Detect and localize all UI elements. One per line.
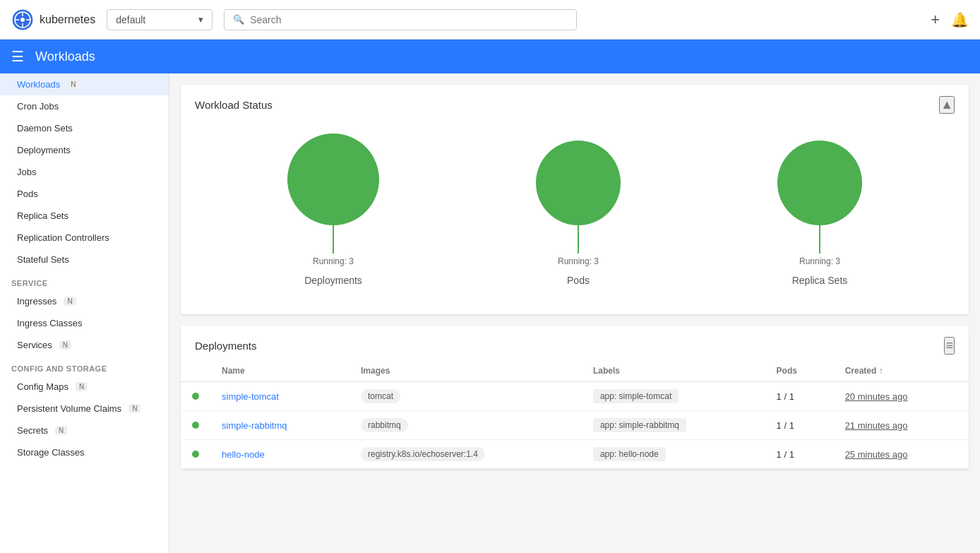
jobs-label: Jobs (17, 167, 36, 177)
pods-count: 1 / 1 (777, 391, 794, 402)
sidebar-item-replica-sets[interactable]: Replica Sets (0, 205, 169, 227)
add-button[interactable]: + (931, 11, 940, 29)
sidebar-item-storage-classes[interactable]: Storage Classes (0, 441, 169, 463)
sidebar-item-ingresses[interactable]: Ingresses N (0, 290, 169, 312)
search-bar[interactable]: 🔍 (224, 9, 577, 30)
search-input[interactable] (250, 14, 568, 25)
status-indicator (192, 422, 199, 429)
pods-running-label: Running: 3 (558, 256, 599, 266)
status-indicator (192, 451, 199, 458)
deployment-name-link[interactable]: simple-tomcat (222, 391, 279, 402)
table-row: hello-node registry.k8s.io/echoserver:1.… (181, 440, 969, 469)
replica-sets-label: Replica Sets (17, 210, 68, 221)
replica-sets-running-label: Running: 3 (799, 256, 840, 266)
service-section-label: Service (0, 270, 169, 290)
secrets-label: Secrets (17, 425, 48, 436)
notifications-button[interactable]: 🔔 (951, 11, 969, 28)
replica-sets-name: Replica Sets (792, 275, 848, 286)
pods-line (578, 225, 579, 254)
deployments-label: Deployments (17, 145, 71, 155)
col-created: Created ↑ (834, 360, 969, 382)
pvc-badge: N (129, 404, 141, 413)
replica-sets-circle (777, 141, 862, 225)
label-chip: app: simple-rabbitmq (593, 418, 686, 432)
nav-actions: + 🔔 (931, 11, 969, 29)
sidebar-item-jobs[interactable]: Jobs (0, 161, 169, 183)
sidebar-item-secrets[interactable]: Secrets N (0, 420, 169, 441)
deployment-name-link[interactable]: simple-rabbitmq (222, 420, 287, 431)
workload-pods-item: Running: 3 Pods (536, 141, 621, 286)
image-chip: registry.k8s.io/echoserver:1.4 (361, 447, 485, 461)
label-chip: app: hello-node (593, 447, 666, 461)
deployments-card-title: Deployments (195, 340, 257, 352)
workload-status-card: Workload Status ▲ Running: 3 Deployments (181, 85, 969, 314)
sidebar-item-daemon-sets[interactable]: Daemon Sets (0, 117, 169, 139)
cron-jobs-label: Cron Jobs (17, 101, 59, 112)
col-images: Images (349, 360, 582, 382)
kubernetes-logo (11, 8, 34, 31)
config-section-label: Config and Storage (0, 356, 169, 376)
namespace-value: default (116, 14, 193, 25)
deployments-running-label: Running: 3 (313, 256, 354, 266)
deployments-card: Deployments ≡ Name Images Labels Pods Cr… (181, 326, 969, 469)
sidebar-item-stateful-sets[interactable]: Stateful Sets (0, 249, 169, 270)
sidebar-item-pods[interactable]: Pods (0, 183, 169, 205)
app-name: kubernetes (40, 13, 95, 26)
table-row: simple-tomcat tomcat app: simple-tomcat … (181, 382, 969, 411)
pods-name: Pods (567, 275, 590, 286)
main-layout: Workloads N Cron Jobs Daemon Sets Deploy… (0, 73, 980, 553)
workloads-badge: N (67, 80, 79, 89)
sidebar-item-workloads[interactable]: Workloads N (0, 73, 169, 95)
pods-count: 1 / 1 (777, 420, 794, 431)
sidebar-item-cron-jobs[interactable]: Cron Jobs (0, 95, 169, 117)
replica-sets-circle-container: Running: 3 (777, 141, 862, 266)
created-time[interactable]: 21 minutes ago (845, 420, 908, 431)
toolbar: ☰ Workloads (0, 40, 980, 73)
services-label: Services (17, 340, 52, 350)
image-chip: rabbitmq (361, 418, 408, 432)
replica-sets-line (819, 225, 820, 254)
search-icon: 🔍 (233, 14, 244, 25)
workload-status-header: Workload Status ▲ (181, 85, 969, 119)
pvc-label: Persistent Volume Claims (17, 403, 121, 414)
sidebar: Workloads N Cron Jobs Daemon Sets Deploy… (0, 73, 169, 553)
deployment-name-link[interactable]: hello-node (222, 449, 265, 460)
deployments-circle (287, 133, 379, 225)
deployments-card-header: Deployments ≡ (181, 326, 969, 360)
image-chip: tomcat (361, 389, 400, 403)
stateful-sets-label: Stateful Sets (17, 254, 69, 265)
collapse-button[interactable]: ▲ (939, 96, 955, 114)
sidebar-item-config-maps[interactable]: Config Maps N (0, 376, 169, 398)
plus-icon: + (931, 11, 940, 29)
pods-circle (536, 141, 621, 225)
main-content: Workload Status ▲ Running: 3 Deployments (169, 73, 980, 553)
filter-button[interactable]: ≡ (944, 337, 955, 355)
hamburger-menu-button[interactable]: ☰ (11, 48, 24, 65)
workload-status-body: Running: 3 Deployments Running: 3 Pods (181, 119, 969, 314)
created-time[interactable]: 20 minutes ago (845, 391, 908, 402)
storage-classes-label: Storage Classes (17, 447, 84, 458)
sidebar-item-deployments[interactable]: Deployments (0, 139, 169, 161)
deployments-line (333, 225, 334, 254)
sidebar-item-ingress-classes[interactable]: Ingress Classes (0, 312, 169, 334)
chevron-down-icon: ▾ (198, 14, 203, 25)
created-time[interactable]: 25 minutes ago (845, 449, 908, 460)
menu-icon: ☰ (11, 48, 24, 65)
sidebar-item-pvc[interactable]: Persistent Volume Claims N (0, 398, 169, 420)
col-name: Name (210, 360, 349, 382)
ingress-classes-label: Ingress Classes (17, 318, 82, 328)
pods-circle-container: Running: 3 (536, 141, 621, 266)
status-indicator (192, 393, 199, 400)
namespace-selector[interactable]: default ▾ (107, 9, 213, 30)
config-maps-badge: N (76, 382, 88, 391)
services-badge: N (59, 340, 71, 350)
config-maps-label: Config Maps (17, 381, 68, 392)
workload-status-title: Workload Status (195, 99, 273, 111)
label-chip: app: simple-tomcat (593, 389, 679, 403)
sidebar-item-services[interactable]: Services N (0, 334, 169, 356)
top-navigation: kubernetes default ▾ 🔍 + 🔔 (0, 0, 980, 40)
col-status (181, 360, 210, 382)
sidebar-item-replication-controllers[interactable]: Replication Controllers (0, 227, 169, 249)
col-pods: Pods (765, 360, 834, 382)
pods-count: 1 / 1 (777, 449, 794, 460)
